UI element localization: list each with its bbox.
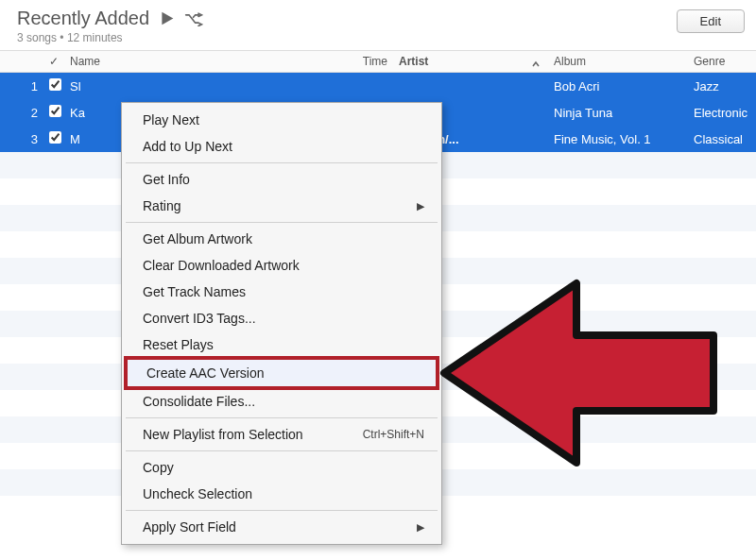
header: Recently Added 3 songs • 12 minutes Edit	[0, 0, 756, 50]
row-album: Fine Music, Vol. 1	[548, 132, 688, 146]
table-row[interactable]: 1 Sl Bob Acri Jazz	[0, 73, 756, 99]
row-check[interactable]	[43, 131, 64, 146]
menu-convert-id3[interactable]: Convert ID3 Tags...	[124, 305, 439, 331]
menu-separator	[126, 450, 438, 451]
row-genre: Electronic	[688, 106, 756, 120]
menu-shortcut: Ctrl+Shift+N	[363, 428, 424, 441]
context-menu: Play Next Add to Up Next Get Info Rating…	[121, 102, 442, 545]
menu-add-up-next[interactable]: Add to Up Next	[124, 133, 439, 160]
row-genre: Classical	[688, 132, 756, 146]
shuffle-icon[interactable]	[184, 11, 203, 26]
play-icon[interactable]	[159, 10, 175, 26]
column-time[interactable]: Time	[350, 55, 393, 68]
menu-consolidate[interactable]: Consolidate Files...	[124, 388, 439, 415]
menu-separator	[126, 222, 438, 223]
row-check[interactable]	[43, 78, 64, 93]
menu-copy[interactable]: Copy	[124, 454, 439, 481]
playlist-title: Recently Added	[17, 8, 149, 29]
menu-get-artwork[interactable]: Get Album Artwork	[124, 226, 439, 252]
menu-new-playlist[interactable]: New Playlist from Selection Ctrl+Shift+N	[124, 421, 439, 448]
row-number: 3	[0, 132, 43, 146]
chevron-right-icon: ▶	[417, 200, 424, 212]
row-number: 1	[0, 79, 43, 93]
menu-separator	[126, 162, 438, 163]
column-genre[interactable]: Genre	[688, 55, 756, 68]
menu-clear-artwork[interactable]: Clear Downloaded Artwork	[124, 252, 439, 279]
menu-reset-plays[interactable]: Reset Plays	[124, 331, 439, 358]
row-album: Ninja Tuna	[548, 106, 688, 120]
menu-play-next[interactable]: Play Next	[124, 107, 439, 133]
column-name[interactable]: Name	[64, 55, 350, 68]
menu-uncheck[interactable]: Uncheck Selection	[124, 481, 439, 507]
column-album[interactable]: Album	[548, 55, 688, 68]
column-artist[interactable]: Artist	[393, 55, 548, 68]
row-genre: Jazz	[688, 79, 756, 93]
column-check[interactable]: ✓	[43, 55, 64, 68]
menu-apply-sort[interactable]: Apply Sort Field ▶	[124, 514, 439, 540]
table-header: ✓ Name Time Artist Album Genre	[0, 50, 756, 73]
menu-get-track-names[interactable]: Get Track Names	[124, 279, 439, 305]
row-number: 2	[0, 106, 43, 120]
menu-separator	[126, 417, 438, 418]
edit-button[interactable]: Edit	[677, 9, 745, 33]
row-name: Sl	[64, 79, 350, 93]
sort-ascending-icon	[531, 59, 541, 68]
menu-rating[interactable]: Rating ▶	[124, 193, 439, 219]
menu-get-info[interactable]: Get Info	[124, 166, 439, 193]
chevron-right-icon: ▶	[417, 521, 424, 534]
menu-create-aac[interactable]: Create AAC Version	[124, 356, 439, 390]
playlist-subtitle: 3 songs • 12 minutes	[17, 31, 203, 44]
row-check[interactable]	[43, 105, 64, 120]
row-album: Bob Acri	[548, 79, 688, 93]
menu-separator	[126, 510, 438, 511]
column-artist-label: Artist	[399, 55, 428, 68]
